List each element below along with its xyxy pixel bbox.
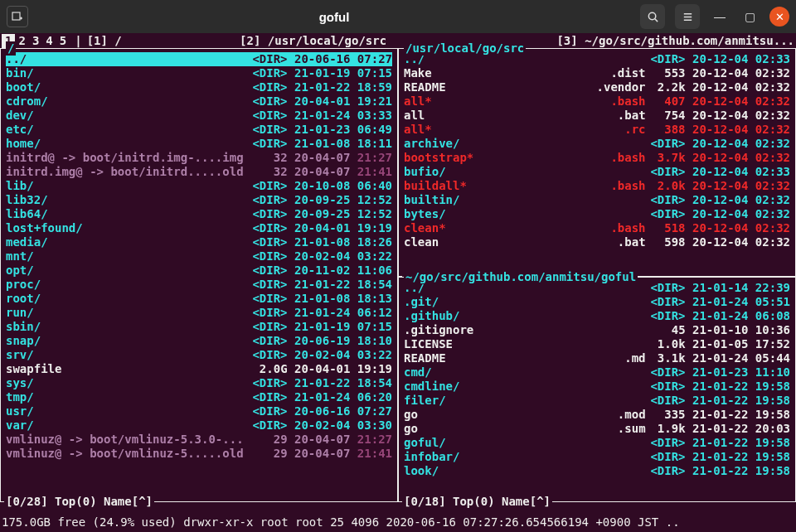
file-name: initrd.img@ -> boot/initrd.....old: [6, 165, 251, 179]
file-row[interactable]: bytes/<DIR> 20-12-04 02:32: [404, 207, 790, 221]
file-row[interactable]: look/<DIR> 21-01-22 19:58: [404, 464, 790, 478]
file-size: 388: [649, 123, 686, 137]
file-row[interactable]: infobar/<DIR> 21-01-22 19:58: [404, 450, 790, 464]
tab-3[interactable]: 3: [29, 34, 42, 48]
file-row[interactable]: home/<DIR> 21-01-08 18:11: [6, 137, 392, 151]
file-row[interactable]: snap/<DIR> 20-06-19 18:10: [6, 334, 392, 348]
file-row[interactable]: vmlinuz@ -> boot/vmlinuz-5.....old29 20-…: [6, 447, 392, 461]
file-row[interactable]: all*.rc388 20-12-04 02:32: [404, 123, 790, 137]
right-bottom-panel[interactable]: ~/go/src/github.com/anmitsu/goful ../<DI…: [398, 277, 796, 502]
file-row[interactable]: media/<DIR> 21-01-08 18:26: [6, 235, 392, 249]
file-row[interactable]: usr/<DIR> 20-06-16 07:27: [6, 404, 392, 418]
file-row[interactable]: cmdline/<DIR> 21-01-22 19:58: [404, 380, 790, 394]
file-row[interactable]: all*.bash407 20-12-04 02:32: [404, 94, 790, 109]
file-ext: .sum: [604, 422, 649, 436]
left-panel-path: /: [6, 41, 16, 56]
file-row[interactable]: clean*.bash518 20-12-04 02:32: [404, 221, 790, 235]
file-row[interactable]: bufio/<DIR> 20-12-04 02:33: [404, 165, 790, 179]
left-panel[interactable]: / ../<DIR> 20-06-16 07:27bin/<DIR> 21-01…: [0, 48, 398, 502]
file-date: 21-01-24: [288, 306, 351, 320]
file-size: 2.0k: [649, 179, 686, 193]
file-row[interactable]: clean.bat598 20-12-04 02:32: [404, 235, 790, 249]
file-time: 06:08: [748, 309, 790, 323]
file-row[interactable]: proc/<DIR> 21-01-22 18:54: [6, 278, 392, 292]
file-time: 02:32: [748, 80, 790, 94]
file-row[interactable]: .git/<DIR> 21-01-24 05:51: [404, 295, 790, 309]
file-ext: [604, 207, 649, 221]
file-date: 20-12-04: [686, 165, 749, 179]
file-ext: .bash: [604, 151, 649, 165]
file-size: <DIR>: [251, 235, 288, 249]
file-row[interactable]: vmlinuz@ -> boot/vmlinuz-5.3.0-...29 20-…: [6, 433, 392, 447]
file-row[interactable]: Make.dist553 20-12-04 02:32: [404, 66, 790, 80]
file-row[interactable]: all.bat754 20-12-04 02:32: [404, 109, 790, 123]
file-row[interactable]: lost+found/<DIR> 20-04-01 19:19: [6, 221, 392, 235]
file-date: 20-02-04: [288, 348, 351, 362]
file-size: <DIR>: [251, 207, 288, 221]
file-ext: [604, 323, 649, 337]
file-row[interactable]: boot/<DIR> 21-01-22 18:59: [6, 80, 392, 94]
maximize-button[interactable]: ▢: [740, 10, 760, 24]
file-row[interactable]: tmp/<DIR> 21-01-24 06:20: [6, 390, 392, 404]
file-row[interactable]: mnt/<DIR> 20-02-04 03:22: [6, 249, 392, 264]
file-row[interactable]: go.mod335 21-01-22 19:58: [404, 408, 790, 422]
close-button[interactable]: ✕: [769, 7, 789, 27]
file-row[interactable]: srv/<DIR> 20-02-04 03:22: [6, 348, 392, 362]
left-file-list[interactable]: ../<DIR> 20-06-16 07:27bin/<DIR> 21-01-1…: [6, 52, 392, 461]
file-row[interactable]: lib64/<DIR> 20-09-25 12:52: [6, 207, 392, 221]
file-row[interactable]: archive/<DIR> 20-12-04 02:32: [404, 137, 790, 151]
file-row[interactable]: root/<DIR> 21-01-08 18:13: [6, 292, 392, 306]
file-row[interactable]: builtin/<DIR> 20-12-04 02:32: [404, 193, 790, 207]
file-date: 20-02-04: [288, 418, 351, 433]
file-date: 21-01-22: [288, 278, 351, 292]
file-time: 02:32: [748, 235, 790, 249]
right-top-panel[interactable]: /usr/local/go/src ../<DIR> 20-12-04 02:3…: [398, 48, 796, 277]
file-date: 21-01-22: [686, 450, 749, 464]
file-time: 03:22: [350, 249, 392, 264]
file-row[interactable]: README.vendor2.2k 20-12-04 02:32: [404, 80, 790, 94]
file-date: 21-01-24: [686, 351, 749, 365]
file-time: 18:11: [350, 137, 392, 151]
file-row[interactable]: lib32/<DIR> 20-09-25 12:52: [6, 193, 392, 207]
file-row[interactable]: lib/<DIR> 20-10-08 06:40: [6, 179, 392, 193]
file-time: 02:33: [748, 165, 790, 179]
file-row[interactable]: LICENSE1.0k 21-01-05 17:52: [404, 337, 790, 351]
right-top-path: /usr/local/go/src: [404, 41, 526, 56]
file-row[interactable]: .gitignore45 21-01-10 10:36: [404, 323, 790, 337]
file-row[interactable]: .github/<DIR> 21-01-24 06:08: [404, 309, 790, 323]
search-button[interactable]: [640, 4, 665, 29]
file-row[interactable]: sbin/<DIR> 21-01-19 07:15: [6, 320, 392, 334]
file-row[interactable]: run/<DIR> 21-01-24 06:12: [6, 306, 392, 320]
file-name: all: [404, 109, 604, 123]
right-bottom-file-list[interactable]: ../<DIR> 21-01-14 22:39.git/<DIR> 21-01-…: [404, 281, 790, 478]
file-row[interactable]: opt/<DIR> 20-11-02 11:06: [6, 264, 392, 278]
file-row[interactable]: goful/<DIR> 21-01-22 19:58: [404, 436, 790, 450]
new-tab-button[interactable]: [7, 6, 28, 27]
file-row[interactable]: ../<DIR> 20-06-16 07:27: [6, 52, 392, 66]
right-top-file-list[interactable]: ../<DIR> 20-12-04 02:33Make.dist553 20-1…: [404, 52, 790, 249]
file-row[interactable]: etc/<DIR> 21-01-23 06:49: [6, 123, 392, 137]
file-row[interactable]: swapfile2.0G 20-04-01 19:19: [6, 362, 392, 376]
minimize-button[interactable]: —: [710, 10, 730, 24]
file-size: <DIR>: [251, 123, 288, 137]
file-row[interactable]: buildall*.bash2.0k 20-12-04 02:32: [404, 179, 790, 193]
file-row[interactable]: dev/<DIR> 21-01-24 03:33: [6, 109, 392, 123]
file-name: all*: [404, 123, 604, 137]
tab-2[interactable]: 2: [15, 34, 28, 48]
file-row[interactable]: filer/<DIR> 21-01-22 19:58: [404, 394, 790, 408]
file-row[interactable]: bin/<DIR> 21-01-19 07:15: [6, 66, 392, 80]
menu-button[interactable]: [675, 4, 700, 29]
tab-5[interactable]: 5: [56, 34, 70, 48]
file-size: <DIR>: [251, 66, 288, 80]
file-row[interactable]: sys/<DIR> 21-01-22 18:54: [6, 376, 392, 390]
file-row[interactable]: README.md3.1k 21-01-24 05:44: [404, 351, 790, 365]
tab-4[interactable]: 4: [42, 34, 56, 48]
file-row[interactable]: cmd/<DIR> 21-01-23 11:10: [404, 365, 790, 380]
file-time: 02:32: [748, 179, 790, 193]
file-row[interactable]: var/<DIR> 20-02-04 03:30: [6, 418, 392, 433]
file-row[interactable]: initrd@ -> boot/initrd.img-....img32 20-…: [6, 151, 392, 165]
file-row[interactable]: cdrom/<DIR> 20-04-01 19:21: [6, 94, 392, 109]
file-row[interactable]: initrd.img@ -> boot/initrd.....old32 20-…: [6, 165, 392, 179]
file-row[interactable]: bootstrap*.bash3.7k 20-12-04 02:32: [404, 151, 790, 165]
file-row[interactable]: go.sum1.9k 21-01-22 20:03: [404, 422, 790, 436]
